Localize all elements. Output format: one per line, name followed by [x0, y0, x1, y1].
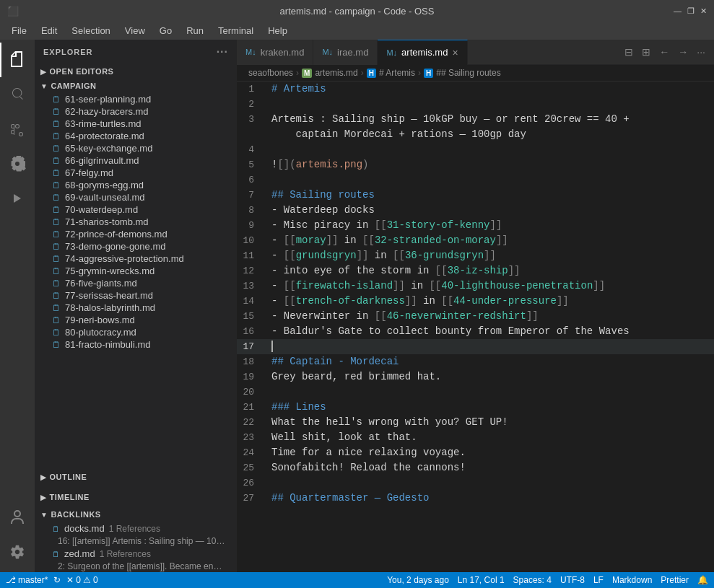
backlinks-header[interactable]: ▼ BACKLINKS: [35, 507, 237, 522]
list-item[interactable]: 🗒 69-vault-unseal.md: [35, 191, 237, 203]
list-item[interactable]: 🗒 75-grymin-wrecks.md: [35, 265, 237, 277]
line-content-27[interactable]: ## Quartermaster — Gedesto: [266, 491, 714, 506]
backlink-parent-docks[interactable]: 🗒 docks.md 1 References: [35, 522, 237, 535]
line-content-11[interactable]: - [[grundsgryn]] in [[36-grundsgryn]]: [266, 248, 714, 263]
list-item[interactable]: 🗒 80-plutocracy.md: [35, 326, 237, 338]
menu-terminal[interactable]: Terminal: [212, 24, 259, 38]
list-item[interactable]: 🗒 81-fracto-nimbuli.md: [35, 338, 237, 351]
breadcrumb-heading-artemis[interactable]: H # Artemis: [367, 68, 415, 78]
go-back-button[interactable]: ←: [656, 45, 672, 59]
line-content-7[interactable]: ## Sailing routes: [266, 188, 714, 203]
line-content-23[interactable]: Well shit, look at that.: [266, 430, 714, 445]
go-forward-button[interactable]: →: [675, 45, 691, 59]
list-item[interactable]: 🗒 71-sharios-tomb.md: [35, 216, 237, 228]
line-ending-status[interactable]: LF: [593, 575, 604, 585]
list-item[interactable]: 🗒 63-rime-turtles.md: [35, 118, 237, 130]
line-content-8[interactable]: - Waterdeep docks: [266, 203, 714, 218]
line-content-24[interactable]: Time for a nice relaxing voyage.: [266, 445, 714, 460]
line-content-1[interactable]: # Artemis: [266, 82, 714, 97]
menu-selection[interactable]: Selection: [66, 24, 116, 38]
backlink-ref-docks[interactable]: 16: [[artemis]] Artemis : Sailing ship —…: [35, 535, 237, 547]
account-activity-icon[interactable]: [0, 500, 35, 535]
line-content-13[interactable]: - [[firewatch-island]] in [[40-lighthous…: [266, 278, 714, 294]
open-editors-button[interactable]: ⊞: [639, 45, 653, 59]
line-content-10[interactable]: - [[moray]] in [[32-stranded-on-moray]]: [266, 233, 714, 248]
minimize-button[interactable]: —: [674, 6, 682, 16]
list-item[interactable]: 🗒 67-felgy.md: [35, 167, 237, 179]
backlink-ref-zed[interactable]: 2: Surgeon of the [[artemis]]. Became en…: [35, 561, 237, 572]
list-item[interactable]: 🗒 62-hazy-bracers.md: [35, 105, 237, 118]
list-item[interactable]: 🗒 73-demo-gone-gone.md: [35, 240, 237, 253]
tab-irae[interactable]: M↓ irae.md: [313, 40, 378, 65]
list-item[interactable]: 🗒 78-halos-labyrinth.md: [35, 302, 237, 314]
list-item[interactable]: 🗒 64-protectorate.md: [35, 130, 237, 142]
maximize-button[interactable]: ❐: [687, 6, 695, 16]
errors-status[interactable]: ✕ 0 ⚠ 0: [66, 575, 97, 585]
line-content-17[interactable]: [266, 339, 714, 354]
breadcrumb-artemis-file[interactable]: M artemis.md: [302, 68, 358, 78]
line-content-2[interactable]: [266, 97, 714, 112]
list-item[interactable]: 🗒 79-neri-bows.md: [35, 314, 237, 326]
line-content-5[interactable]: ![](artemis.png): [266, 157, 714, 172]
line-content-6[interactable]: [266, 172, 714, 188]
run-activity-icon[interactable]: [0, 181, 35, 216]
list-item[interactable]: 🗒 66-gilgrinvault.md: [35, 154, 237, 167]
menu-file[interactable]: File: [6, 24, 32, 38]
list-item[interactable]: 🗒 70-waterdeep.md: [35, 203, 237, 216]
formatter-status[interactable]: Prettier: [661, 575, 689, 585]
breadcrumb-heading-sailing[interactable]: H ## Sailing routes: [424, 68, 501, 78]
list-item[interactable]: 🗒 77-serissas-heart.md: [35, 289, 237, 302]
menu-help[interactable]: Help: [262, 24, 293, 38]
git-blame-status[interactable]: You, 2 days ago: [387, 575, 449, 585]
encoding-status[interactable]: UTF-8: [560, 575, 585, 585]
line-content-18[interactable]: ## Captain - Mordecai: [266, 354, 714, 369]
more-actions-button[interactable]: ···: [694, 45, 708, 59]
open-editors-section[interactable]: ▶ OPEN EDITORS: [35, 64, 237, 79]
sidebar-more-button[interactable]: ···: [217, 45, 228, 58]
extensions-activity-icon[interactable]: [0, 146, 35, 181]
timeline-header[interactable]: ▶ TIMELINE: [35, 490, 237, 504]
language-status[interactable]: Markdown: [612, 575, 652, 585]
list-item[interactable]: 🗒 68-goryms-egg.md: [35, 179, 237, 191]
list-item[interactable]: 🗒 65-key-exchange.md: [35, 142, 237, 154]
list-item[interactable]: 🗒 61-seer-planning.md: [35, 93, 237, 105]
list-item[interactable]: 🗒 76-five-giants.md: [35, 277, 237, 289]
close-button[interactable]: ✕: [700, 6, 707, 16]
line-content-15[interactable]: - Neverwinter in [[46-neverwinter-redshi…: [266, 309, 714, 324]
list-item[interactable]: 🗒 74-aggressive-protection.md: [35, 253, 237, 265]
line-content-4[interactable]: [266, 142, 714, 157]
explorer-activity-icon[interactable]: [0, 43, 35, 77]
git-branch-status[interactable]: ⎇ master*: [6, 575, 48, 585]
tab-artemis[interactable]: M↓ artemis.md ×: [378, 40, 467, 65]
settings-activity-icon[interactable]: [0, 535, 35, 569]
cursor-position-status[interactable]: Ln 17, Col 1: [458, 575, 505, 585]
menu-edit[interactable]: Edit: [35, 24, 63, 38]
menu-run[interactable]: Run: [180, 24, 209, 38]
line-content-9[interactable]: - Misc piracy in [[31-story-of-kenny]]: [266, 218, 714, 233]
line-content-3b[interactable]: captain Mordecai + rations — 100gp day: [266, 127, 714, 142]
spaces-status[interactable]: Spaces: 4: [513, 575, 552, 585]
source-control-activity-icon[interactable]: [0, 112, 35, 146]
line-content-26[interactable]: [266, 475, 714, 491]
menu-view[interactable]: View: [119, 24, 151, 38]
tab-close-button[interactable]: ×: [452, 47, 458, 58]
line-content-21[interactable]: ### Lines: [266, 400, 714, 415]
list-item[interactable]: 🗒 72-prince-of-demons.md: [35, 228, 237, 240]
code-editor[interactable]: 1 # Artemis 2 3 Artemis : Sailing ship —…: [237, 82, 714, 572]
line-content-16[interactable]: - Baldur's Gate to collect bounty from E…: [266, 324, 714, 339]
split-editor-button[interactable]: ⊟: [622, 45, 636, 59]
backlink-parent-zed[interactable]: 🗒 zed.md 1 References: [35, 547, 237, 561]
line-content-3[interactable]: Artemis : Sailing ship — 10kGP buy — or …: [266, 112, 714, 127]
bell-status[interactable]: 🔔: [697, 575, 708, 585]
line-content-19[interactable]: Grey beard, red brimmed hat.: [266, 369, 714, 385]
line-content-20[interactable]: [266, 385, 714, 400]
breadcrumb-seaofbones[interactable]: seaofbones: [248, 68, 293, 78]
outline-header[interactable]: ▶ OUTLINE: [35, 470, 237, 484]
campaign-section[interactable]: ▼ CAMPAIGN: [35, 79, 237, 93]
line-content-25[interactable]: Sonofabitch! Reload the cannons!: [266, 460, 714, 475]
line-content-14[interactable]: - [[trench-of-darkness]] in [[44-under-p…: [266, 294, 714, 309]
line-content-22[interactable]: What the hell's wrong with you? GET UP!: [266, 415, 714, 430]
menu-go[interactable]: Go: [154, 24, 178, 38]
sync-status[interactable]: ↻: [53, 575, 61, 585]
search-activity-icon[interactable]: [0, 77, 35, 112]
